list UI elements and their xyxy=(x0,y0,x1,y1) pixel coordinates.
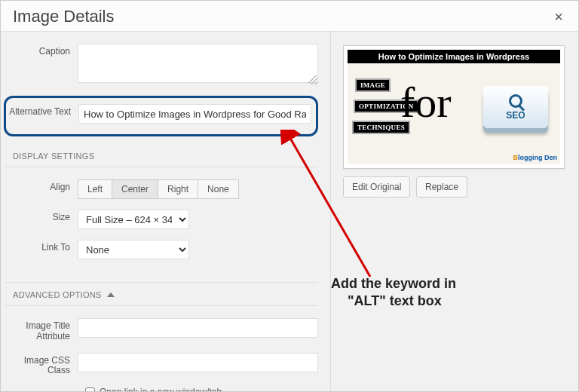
image-details-modal: Image Details × Caption Alternative Text xyxy=(0,0,579,392)
advanced-options-label: ADVANCED OPTIONS xyxy=(13,290,102,299)
align-label: Align xyxy=(5,179,78,193)
link-to-label: Link To xyxy=(5,240,78,253)
modal-title: Image Details xyxy=(13,7,115,26)
display-settings-heading: DISPLAY SETTINGS xyxy=(5,152,318,167)
alt-text-input[interactable] xyxy=(78,104,311,124)
advanced-options-toggle[interactable]: ADVANCED OPTIONS xyxy=(5,282,318,306)
preview-column: How to Optimize Images in Wordpress IMAG… xyxy=(331,32,578,391)
caption-input[interactable] xyxy=(78,44,318,83)
chevron-up-icon xyxy=(107,292,115,297)
align-row: Align Left Center Right None xyxy=(5,179,318,199)
preview-actions: Edit Original Replace xyxy=(343,176,566,198)
image-preview: How to Optimize Images in Wordpress IMAG… xyxy=(343,45,565,169)
resize-grip-icon[interactable] xyxy=(308,75,317,84)
annotation-line-1: Add the keyword in xyxy=(331,275,557,292)
align-left-button[interactable]: Left xyxy=(78,179,112,199)
modal-body: Caption Alternative Text DISPLAY SETTING… xyxy=(1,32,578,391)
image-title-input[interactable] xyxy=(78,318,318,338)
size-select[interactable]: Full Size – 624 × 346 xyxy=(78,210,189,229)
seo-key-label: SEO xyxy=(506,110,525,121)
preview-script-f: for xyxy=(400,77,452,127)
align-right-button[interactable]: Right xyxy=(158,179,198,199)
link-to-row: Link To None xyxy=(5,240,318,259)
annotation-line-2: "ALT" text box xyxy=(331,292,557,310)
image-css-label: Image CSS Class xyxy=(5,353,78,377)
caption-row: Caption xyxy=(5,44,318,85)
alt-text-highlight: Alternative Text xyxy=(4,96,318,136)
modal-header: Image Details × xyxy=(1,1,578,32)
preview-cap-1: IMAGE xyxy=(355,78,391,92)
seo-key-icon: SEO xyxy=(483,86,548,128)
image-css-row: Image CSS Class xyxy=(5,353,318,377)
size-row: Size Full Size – 624 × 346 xyxy=(5,210,318,229)
edit-original-button[interactable]: Edit Original xyxy=(343,176,410,198)
open-new-tab-checkbox[interactable] xyxy=(85,387,95,391)
caption-label: Caption xyxy=(5,44,78,57)
magnifier-icon xyxy=(509,94,522,108)
link-to-select[interactable]: None xyxy=(78,240,189,259)
align-button-group: Left Center Right None xyxy=(78,179,239,199)
align-none-button[interactable]: None xyxy=(198,179,239,199)
annotation-text: Add the keyword in "ALT" text box xyxy=(331,275,557,309)
align-center-button[interactable]: Center xyxy=(112,179,158,199)
settings-column: Caption Alternative Text DISPLAY SETTING… xyxy=(1,32,331,391)
alt-text-label: Alternative Text xyxy=(6,104,78,118)
open-new-tab-row: Open link in a new window/tab xyxy=(85,387,318,391)
size-label: Size xyxy=(5,210,78,223)
image-title-label: Image Title Attribute xyxy=(5,318,78,342)
image-css-input[interactable] xyxy=(78,353,318,372)
blogging-den-logo: Blogging Den xyxy=(513,154,557,161)
close-icon[interactable]: × xyxy=(551,8,566,26)
preview-banner-text: How to Optimize Images in Wordpress xyxy=(348,50,560,63)
open-new-tab-label: Open link in a new window/tab xyxy=(100,387,222,391)
replace-button[interactable]: Replace xyxy=(416,176,467,198)
image-title-row: Image Title Attribute xyxy=(5,318,318,342)
